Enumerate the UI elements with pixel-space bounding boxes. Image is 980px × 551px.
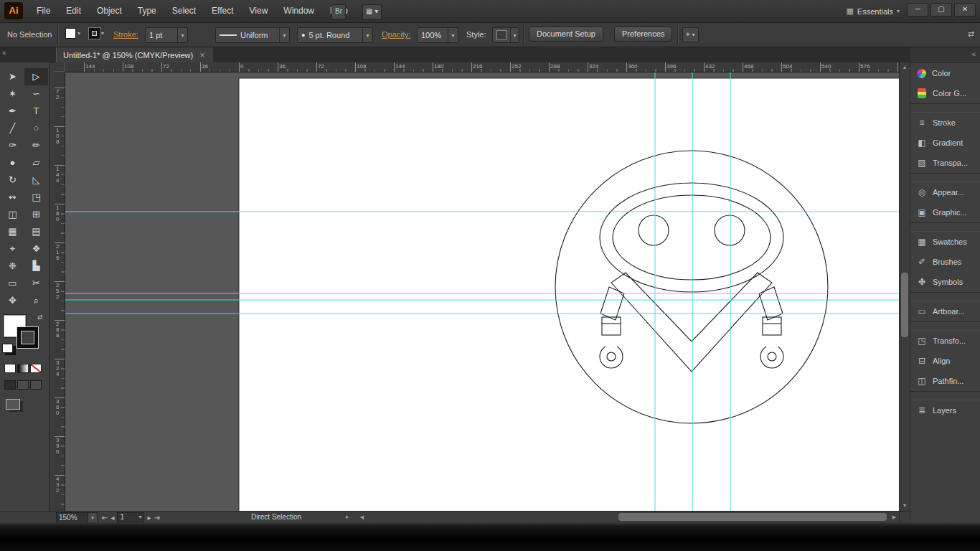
menu-edit[interactable]: Edit: [58, 0, 89, 22]
direct-selection-tool[interactable]: ▷: [24, 68, 48, 85]
panel-transparency[interactable]: ▨Transpa...: [910, 153, 980, 173]
minimize-button[interactable]: ─: [907, 3, 928, 17]
panel-color-guide[interactable]: Color G...: [910, 83, 980, 103]
panel-symbols[interactable]: ✤Symbols: [910, 272, 980, 292]
toolbar-collapse-icon[interactable]: «: [2, 49, 6, 57]
close-button[interactable]: ✕: [954, 3, 976, 17]
draw-inside-button[interactable]: [30, 380, 42, 390]
variable-width-dropdown[interactable]: Uniform ▾: [215, 27, 290, 43]
width-tool[interactable]: ↭: [1, 189, 24, 206]
menu-effect[interactable]: Effect: [204, 0, 241, 22]
stroke-color-dropdown[interactable]: ▾: [89, 28, 104, 39]
canvas[interactable]: [65, 72, 899, 511]
scroll-right-icon[interactable]: ▶: [890, 512, 899, 522]
mesh-tool[interactable]: ▦: [1, 223, 24, 240]
menu-type[interactable]: Type: [130, 0, 164, 22]
blend-tool[interactable]: ❖: [24, 240, 48, 258]
paintbrush-tool[interactable]: ✑: [1, 137, 24, 154]
scroll-down-icon[interactable]: ▼: [900, 501, 910, 510]
workspace-switcher[interactable]: ▦ Essentials ▾: [846, 4, 900, 18]
free-transform-tool[interactable]: ◳: [24, 189, 48, 206]
panel-pathfinder[interactable]: ◫Pathfin...: [910, 371, 980, 391]
next-artboard-icon[interactable]: ▸: [147, 514, 151, 522]
shape-builder-tool[interactable]: ◫: [1, 206, 24, 223]
status-flyout-icon[interactable]: ▸: [346, 513, 349, 520]
ruler-origin-corner[interactable]: [55, 62, 65, 72]
horizontal-scrollbar[interactable]: ◀ ▶: [357, 512, 899, 523]
slice-tool[interactable]: ✂: [24, 275, 48, 292]
menu-file[interactable]: File: [29, 0, 58, 22]
horizontal-scroll-thumb[interactable]: [618, 513, 887, 521]
restore-button[interactable]: ▢: [930, 3, 952, 17]
panel-brushes[interactable]: ✐Brushes: [910, 252, 980, 272]
lasso-tool[interactable]: ∽: [24, 85, 48, 103]
zoom-level-field[interactable]: 150%: [56, 512, 89, 523]
menu-object[interactable]: Object: [89, 0, 130, 22]
zoom-tool[interactable]: ⌕: [24, 292, 48, 309]
stroke-color-swatch[interactable]: [17, 327, 38, 348]
blob-brush-tool[interactable]: ●: [1, 154, 24, 171]
panel-swatches[interactable]: ▦Swatches: [910, 232, 980, 252]
perspective-grid-tool[interactable]: ⊞: [24, 206, 48, 223]
panel-artboards[interactable]: ▭Artboar...: [910, 301, 980, 321]
stroke-panel-link[interactable]: Stroke:: [113, 27, 138, 42]
artboard-number-field[interactable]: 1▾: [117, 512, 144, 522]
panel-appearance[interactable]: ◎Appear...: [910, 182, 980, 202]
symbol-sprayer-tool[interactable]: ❉: [1, 258, 24, 275]
panel-graphic-styles[interactable]: ▣Graphic...: [910, 202, 980, 222]
panel-transform[interactable]: ◳Transfo...: [910, 331, 980, 351]
select-similar-options-icon[interactable]: ⌖ ▾: [682, 27, 699, 42]
document-setup-button[interactable]: Document Setup: [529, 27, 603, 42]
vertical-ruler[interactable]: 72108144180216252288324360396432: [55, 72, 65, 511]
type-tool[interactable]: T: [24, 103, 48, 120]
stroke-weight-dropdown[interactable]: 1 pt ▾: [145, 27, 188, 43]
artboard[interactable]: [239, 78, 899, 511]
panel-layers[interactable]: ≣Layers: [910, 400, 980, 420]
column-graph-tool[interactable]: ▙: [24, 258, 48, 275]
menu-select[interactable]: Select: [164, 0, 204, 22]
brush-definition-dropdown[interactable]: ●5 pt. Round ▾: [297, 27, 373, 43]
menu-view[interactable]: View: [242, 0, 276, 22]
tab-close-icon[interactable]: ✕: [199, 52, 205, 59]
magic-wand-tool[interactable]: ✶: [1, 85, 24, 103]
last-artboard-icon[interactable]: ⇥: [154, 514, 159, 522]
horizontal-ruler[interactable]: 1441087236036721081441802162522883243603…: [65, 62, 899, 72]
eraser-tool[interactable]: ▱: [24, 154, 48, 171]
menu-window[interactable]: Window: [275, 0, 322, 22]
color-mode-button[interactable]: [4, 364, 16, 373]
eyedropper-tool[interactable]: ⌖: [1, 240, 24, 258]
draw-behind-button[interactable]: [17, 380, 29, 390]
scroll-left-icon[interactable]: ◀: [357, 512, 367, 522]
line-segment-tool[interactable]: ╱: [1, 120, 24, 137]
gradient-mode-button[interactable]: [17, 364, 29, 373]
dock-expand-icon[interactable]: «: [971, 50, 976, 58]
rotate-tool[interactable]: ↻: [1, 171, 24, 189]
artboard-tool[interactable]: ▭: [1, 275, 24, 292]
panel-color[interactable]: Color: [910, 63, 980, 83]
vertical-scroll-thumb[interactable]: [901, 273, 908, 337]
control-panel-flyout-icon[interactable]: ⇄: [968, 29, 974, 39]
swap-fill-stroke-icon[interactable]: ⇄: [37, 314, 43, 321]
selection-tool[interactable]: ➤: [1, 68, 24, 85]
panel-stroke[interactable]: ≡Stroke: [910, 113, 980, 133]
opacity-dropdown[interactable]: 100% ▾: [417, 27, 458, 43]
fill-color-dropdown[interactable]: ▾: [65, 28, 80, 39]
screen-mode-button[interactable]: [6, 399, 20, 410]
panel-align[interactable]: ⊟Align: [910, 351, 980, 371]
previous-artboard-icon[interactable]: ◂: [110, 514, 114, 522]
gradient-tool[interactable]: ▤: [24, 223, 48, 240]
document-tab[interactable]: Untitled-1* @ 150% (CMYK/Preview) ✕: [56, 47, 212, 62]
pencil-tool[interactable]: ✏: [24, 137, 48, 154]
vertical-scrollbar[interactable]: ▲ ▼: [899, 62, 910, 511]
panel-gradient[interactable]: ◧Gradient: [910, 133, 980, 153]
zoom-dropdown-icon[interactable]: ▾: [88, 512, 98, 523]
draw-normal-button[interactable]: [4, 380, 16, 390]
pen-tool[interactable]: ✒: [1, 103, 24, 120]
scale-tool[interactable]: ◺: [24, 171, 48, 189]
opacity-panel-link[interactable]: Opacity:: [382, 27, 410, 42]
arrange-documents-icon[interactable]: ▦ ▾: [362, 4, 382, 19]
none-mode-button[interactable]: [30, 364, 42, 373]
ellipse-tool[interactable]: ○: [24, 120, 48, 137]
first-artboard-icon[interactable]: ⇤: [102, 514, 108, 522]
go-to-bridge-icon[interactable]: Br: [331, 4, 346, 19]
